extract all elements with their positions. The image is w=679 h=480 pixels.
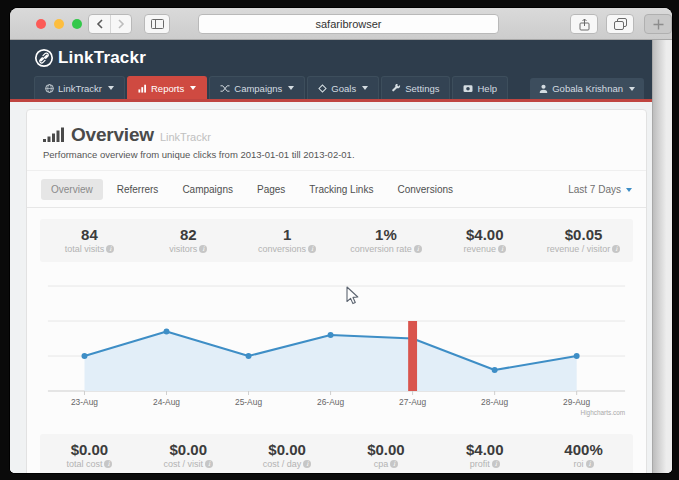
stat-label: conversion rate	[350, 244, 412, 254]
data-point-24-Aug[interactable]	[164, 329, 170, 335]
chart-credit[interactable]: Highcharts.com	[581, 409, 626, 417]
nav-item-help[interactable]: Help	[452, 76, 508, 99]
stat-total-visits: 84 total visits	[40, 226, 139, 254]
tab-overview[interactable]: Overview	[41, 179, 103, 200]
nav-item-linktrackr[interactable]: LinkTrackr	[34, 76, 125, 99]
nav-item-settings[interactable]: Settings	[381, 76, 450, 99]
nav-label: Settings	[405, 83, 439, 94]
webpage: LinkTrackr LinkTrackr	[10, 40, 652, 473]
stat-cost-visit: $0.00 cost / visit	[139, 441, 238, 469]
data-point-26-Aug[interactable]	[328, 332, 334, 338]
nav-label: Help	[477, 83, 497, 94]
x-axis-label: 24-Aug	[153, 397, 180, 407]
info-icon[interactable]	[104, 460, 112, 468]
browser-scrollbar[interactable]	[652, 40, 672, 473]
stat-roi: 400% roi	[534, 441, 633, 469]
tab-conversions[interactable]: Conversions	[387, 179, 463, 200]
info-icon[interactable]	[612, 245, 620, 253]
zoom-window-button[interactable]	[72, 19, 82, 29]
data-point-28-Aug[interactable]	[492, 367, 498, 373]
info-icon[interactable]	[586, 460, 594, 468]
user-menu[interactable]: Gobala Krishnan	[530, 78, 644, 99]
x-axis-label: 23-Aug	[71, 397, 98, 407]
stat-label: total visits	[65, 244, 105, 254]
stat-label: visitors	[169, 244, 197, 254]
stat-revenue-visitor: $0.05 revenue / visitor	[534, 226, 633, 254]
tab-campaigns[interactable]: Campaigns	[172, 179, 243, 200]
site-header: LinkTrackr	[10, 40, 652, 76]
stat-label: cpa	[374, 459, 389, 469]
x-axis-label: 25-Aug	[235, 397, 262, 407]
history-nav-buttons	[88, 14, 132, 34]
stat-value: $0.00	[336, 441, 435, 458]
x-axis-label: 28-Aug	[481, 397, 508, 407]
info-icon[interactable]	[303, 460, 311, 468]
forward-button[interactable]	[110, 15, 131, 33]
plus-icon	[653, 19, 664, 30]
visits-area	[84, 332, 576, 392]
data-point-23-Aug[interactable]	[82, 353, 88, 359]
share-button[interactable]	[570, 14, 598, 34]
nav-item-campaigns[interactable]: Campaigns	[209, 76, 305, 99]
info-icon[interactable]	[199, 245, 207, 253]
tab-referrers[interactable]: Referrers	[107, 179, 169, 200]
report-tabs: Overview Referrers Campaigns Pages Track…	[27, 171, 646, 208]
main-navigation: LinkTrackr Reports Campaigns	[10, 76, 652, 102]
stats-row-bottom: $0.00 total cost $0.00 cost / visit $0.0…	[40, 434, 633, 473]
stat-label: cost / day	[263, 459, 302, 469]
date-range-label: Last 7 Days	[568, 184, 621, 195]
window-controls	[36, 19, 82, 29]
info-icon[interactable]	[498, 245, 506, 253]
tab-pages[interactable]: Pages	[247, 179, 295, 200]
user-name: Gobala Krishnan	[552, 83, 623, 94]
page-title: Overview	[71, 124, 154, 146]
stat-value: 400%	[534, 441, 633, 458]
tab-overview-button[interactable]	[606, 14, 634, 34]
x-axis-label: 26-Aug	[317, 397, 344, 407]
tab-overview-icon	[614, 18, 627, 30]
stat-value: $0.05	[534, 226, 633, 243]
info-icon[interactable]	[414, 245, 422, 253]
close-window-button[interactable]	[36, 19, 46, 29]
visits-chart[interactable]: 23-Aug24-Aug25-Aug26-Aug27-Aug28-Aug29-A…	[40, 273, 633, 423]
visits-chart-container: 23-Aug24-Aug25-Aug26-Aug27-Aug28-Aug29-A…	[40, 273, 633, 423]
page-content: Overview LinkTrackr Performance overview…	[10, 105, 652, 473]
wrench-icon	[392, 84, 401, 93]
highlight-column-27-Aug[interactable]	[408, 321, 417, 391]
chevron-down-icon	[288, 86, 294, 90]
sidebar-toggle-button[interactable]	[144, 14, 170, 34]
new-tab-button[interactable]	[644, 14, 672, 34]
stat-conversions: 1 conversions	[238, 226, 337, 254]
address-bar[interactable]: safaribrowser	[198, 14, 499, 34]
info-icon[interactable]	[308, 245, 316, 253]
diamond-icon	[318, 84, 327, 93]
stat-value: $4.00	[435, 226, 534, 243]
date-range-dropdown[interactable]: Last 7 Days	[568, 184, 632, 195]
info-icon[interactable]	[390, 460, 398, 468]
stat-cost-day: $0.00 cost / day	[238, 441, 337, 469]
stat-label: profit	[470, 459, 490, 469]
info-icon[interactable]	[492, 460, 500, 468]
chevron-down-icon	[626, 188, 632, 192]
overview-card: Overview LinkTrackr Performance overview…	[26, 109, 647, 473]
tab-tracking-links[interactable]: Tracking Links	[299, 179, 383, 200]
x-axis-label: 29-Aug	[563, 397, 590, 407]
nav-item-reports[interactable]: Reports	[127, 76, 207, 99]
stat-label: revenue	[463, 244, 496, 254]
minimize-window-button[interactable]	[54, 19, 64, 29]
nav-label: Campaigns	[234, 83, 282, 94]
site-logo[interactable]: LinkTrackr	[34, 48, 146, 68]
stat-value: $0.00	[238, 441, 337, 458]
mouse-cursor	[345, 286, 361, 306]
globe-icon	[45, 84, 54, 93]
back-button[interactable]	[89, 15, 110, 33]
data-point-25-Aug[interactable]	[246, 353, 252, 359]
stat-label: cost / visit	[163, 459, 203, 469]
nav-item-goals[interactable]: Goals	[307, 76, 379, 99]
data-point-29-Aug[interactable]	[574, 353, 580, 359]
info-icon[interactable]	[205, 460, 213, 468]
circled-link-icon	[34, 48, 54, 68]
stat-visitors: 82 visitors	[139, 226, 238, 254]
info-icon[interactable]	[106, 245, 114, 253]
stat-value: $4.00	[435, 441, 534, 458]
